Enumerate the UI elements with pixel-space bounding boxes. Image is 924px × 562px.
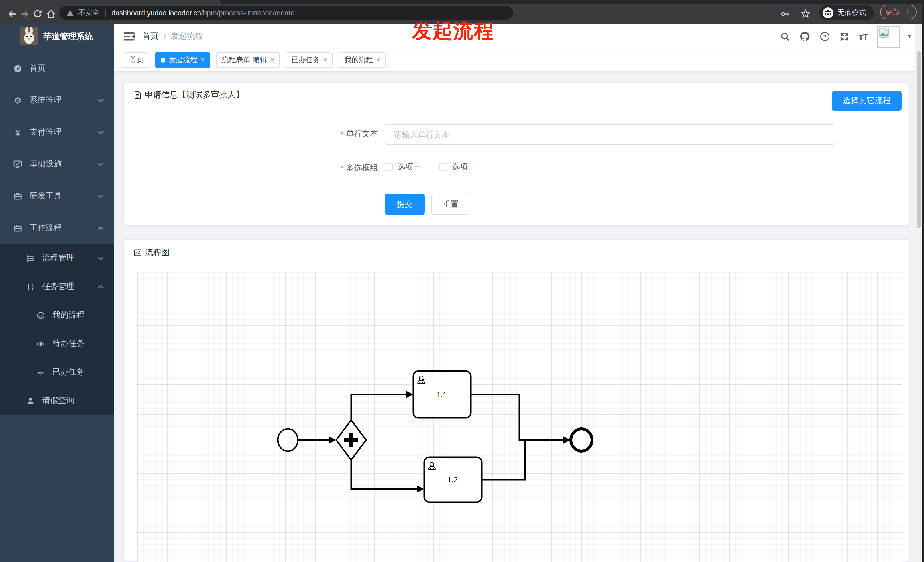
search-icon[interactable] [777, 24, 793, 49]
single-line-text-input[interactable] [385, 124, 835, 145]
breadcrumb-current: 发起流程 [171, 31, 203, 42]
text-field-label: * 单行文本 [252, 129, 378, 139]
close-icon[interactable]: × [201, 56, 205, 64]
sidebar-item-label: 研发工具 [30, 191, 62, 201]
checkbox-box[interactable] [440, 163, 447, 171]
person-icon [25, 396, 35, 405]
breadcrumb: 首页 / 发起流程 [142, 24, 203, 49]
url-separator [105, 9, 106, 17]
url-path: /bpm/process-instance/create [201, 9, 294, 17]
incognito-badge: 无痕模式 [819, 5, 874, 20]
submit-button[interactable]: 提交 [385, 194, 424, 215]
eye-icon [35, 339, 46, 348]
checkbox-group-label: * 多选框组 [252, 163, 378, 173]
choose-other-process-button[interactable]: 选择其它流程 [832, 91, 902, 111]
close-icon[interactable]: × [376, 56, 380, 64]
sidebar-item-system[interactable]: ⚙ 系统管理 [0, 84, 114, 116]
browser-tabstrip [0, 0, 924, 4]
incognito-icon [822, 7, 833, 18]
face-icon [35, 311, 46, 319]
tag-done-tasks[interactable]: 已办任务 × [286, 52, 333, 67]
sidebar-item-devtools[interactable]: 研发工具 [0, 180, 114, 212]
page-title-overlay: 发起流程 [412, 21, 494, 40]
sidebar-item-leave-query[interactable]: 请假查询 [0, 387, 114, 415]
task-route-icon [25, 282, 35, 291]
browser-menu-icon[interactable]: ⋮ [904, 8, 912, 16]
browser-url-bar[interactable]: 不安全 dashboard.yudao.iocoder.cn/bpm/proce… [59, 6, 513, 20]
svg-text:?: ? [823, 34, 826, 40]
sidebar-item-label: 基础设施 [30, 159, 62, 169]
sidebar-item-todo-tasks[interactable]: 待办任务 [0, 330, 114, 358]
sidebar-item-process-mgmt[interactable]: 流程管理 [0, 244, 114, 273]
tag-form-edit[interactable]: 流程表单-编辑 × [216, 52, 280, 67]
help-icon[interactable]: ? [817, 24, 833, 49]
tag-create-process[interactable]: 发起流程 × [155, 52, 210, 67]
app-logo-avatar [20, 27, 38, 45]
checkbox-option-2[interactable]: 选项二 [440, 162, 476, 172]
browser-reload-button[interactable] [32, 7, 44, 20]
sidebar-item-my-process[interactable]: 我的流程 [0, 301, 114, 330]
sidebar-item-label: 首页 [30, 63, 46, 73]
gear-icon: ⚙ [12, 96, 23, 105]
dashboard-icon [12, 64, 23, 73]
browser-forward-button[interactable] [18, 7, 31, 20]
update-label[interactable]: 更新 [885, 7, 900, 17]
browser-home-button[interactable] [45, 7, 57, 20]
bpmn-flow-task1-end [471, 394, 563, 440]
arrowhead [417, 486, 424, 493]
app-title: 芋道管理系统 [44, 24, 93, 49]
required-asterisk: * [340, 129, 344, 138]
sidebar-menu: 首页 ⚙ 系统管理 ¥ 支付管理 基础设施 研发工具 [0, 52, 114, 415]
browser-active-tab[interactable] [0, 0, 221, 4]
tag-my-process[interactable]: 我的流程 × [339, 52, 386, 67]
password-key-icon[interactable] [778, 7, 791, 20]
broken-image-icon [879, 28, 889, 37]
user-avatar[interactable] [877, 26, 900, 48]
sidebar: 芋道管理系统 首页 ⚙ 系统管理 ¥ 支付管理 基础设施 [0, 24, 114, 562]
sidebar-item-task-mgmt[interactable]: 任务管理 [0, 273, 114, 301]
checkbox-option-1[interactable]: 选项一 [385, 162, 421, 172]
github-icon[interactable] [797, 24, 813, 49]
bpmn-canvas[interactable]: 1.1 1.2 [137, 273, 902, 562]
page-scrollbar[interactable] [915, 24, 922, 562]
sidebar-item-infrastructure[interactable]: 基础设施 [0, 148, 114, 180]
sidebar-logo-row[interactable]: 芋道管理系统 [0, 24, 114, 52]
document-icon [134, 91, 142, 99]
checkbox-box[interactable] [385, 163, 393, 171]
breadcrumb-home[interactable]: 首页 [142, 31, 159, 42]
bpmn-end-event [571, 429, 592, 451]
sidebar-item-label: 我的流程 [52, 310, 84, 320]
url-domain: dashboard.yudao.iocoder.cn [111, 9, 201, 17]
sidebar-item-label: 工作流程 [30, 223, 62, 233]
sidebar-collapse-icon[interactable] [124, 31, 135, 42]
yen-icon: ¥ [12, 128, 23, 136]
browser-update-button[interactable]: 更新 ⋮ [880, 4, 916, 19]
active-tag-dot [161, 57, 165, 62]
incognito-label: 无痕模式 [837, 8, 866, 17]
security-label[interactable]: 不安全 [78, 8, 99, 18]
sidebar-item-payment[interactable]: ¥ 支付管理 [0, 116, 114, 148]
not-secure-warning-icon [66, 9, 74, 17]
chevron-down-icon [98, 162, 104, 166]
tag-home[interactable]: 首页 [124, 52, 149, 67]
close-icon[interactable]: × [323, 56, 327, 64]
browser-back-button[interactable] [6, 7, 18, 20]
font-size-icon[interactable]: тT [856, 24, 872, 49]
sidebar-item-home[interactable]: 首页 [0, 52, 114, 84]
bpmn-flow-task2-end [482, 441, 525, 480]
tags-view-bar: 首页 发起流程 × 流程表单-编辑 × 已办任务 × 我的流程 × [114, 49, 924, 71]
reset-button[interactable]: 重置 [431, 194, 470, 215]
sidebar-item-done-tasks[interactable]: 已办任务 [0, 358, 114, 387]
sidebar-item-workflow[interactable]: 工作流程 [0, 212, 114, 244]
avatar-caret-icon[interactable]: ▼ [907, 24, 912, 49]
bpmn-flow-gateway-task1 [351, 394, 406, 420]
bookmark-star-icon[interactable] [799, 7, 812, 20]
fullscreen-icon[interactable] [836, 24, 852, 49]
close-icon[interactable]: × [270, 56, 274, 64]
scrollbar-thumb[interactable] [916, 51, 921, 228]
toolbox-icon [12, 192, 23, 201]
diagram-title: 流程图 [134, 247, 170, 258]
screen: 不安全 dashboard.yudao.iocoder.cn/bpm/proce… [0, 0, 924, 562]
image-icon [134, 249, 142, 257]
apply-info-card: 申请信息【测试多审批人】 选择其它流程 * 单行文本 * 多选框组 选项一 选项… [124, 82, 909, 226]
